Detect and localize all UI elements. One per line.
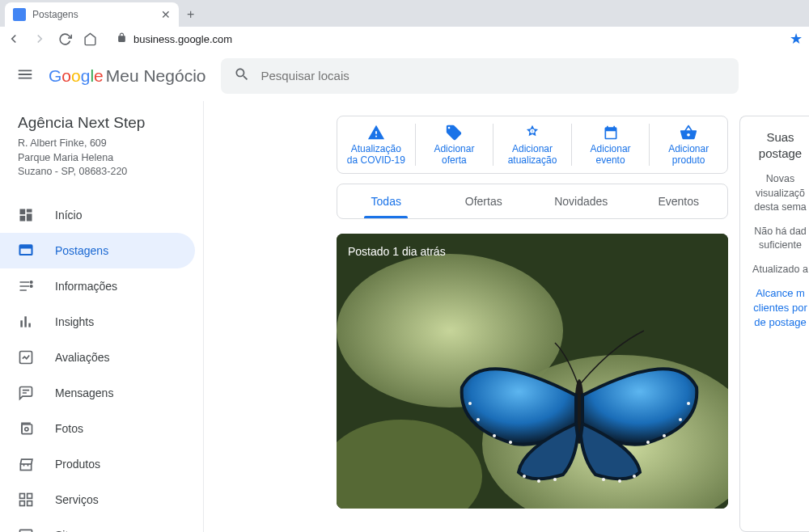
app-logo[interactable]: Google Meu Negócio xyxy=(49,66,206,86)
forward-button[interactable] xyxy=(32,32,47,46)
google-logo: Google xyxy=(49,66,104,86)
svg-rect-3 xyxy=(20,215,26,221)
menu-button[interactable] xyxy=(16,65,34,87)
sidebar-item-info[interactable]: Informações xyxy=(0,268,203,304)
butterfly-photo xyxy=(337,234,728,509)
post-card[interactable]: Postado 1 dia atrás xyxy=(337,234,728,509)
url-text: business.google.com xyxy=(133,33,232,45)
svg-point-28 xyxy=(468,402,472,405)
url-bar[interactable]: business.google.com xyxy=(108,28,778,49)
close-tab-icon[interactable]: ✕ xyxy=(161,8,171,21)
action-tag[interactable]: Adicionaroferta xyxy=(415,124,493,167)
tabs: TodasOfertasNovidadesEventos xyxy=(337,184,728,219)
main-layout: Agência Next Step R. Albert Finke, 609 P… xyxy=(0,101,809,532)
right-panel-text2: Não há dadsuficiente xyxy=(752,225,809,253)
sidebar-item-photos[interactable]: Fotos xyxy=(0,411,203,446)
reviews-icon xyxy=(18,349,34,365)
business-address-line3: Suzano - SP, 08683-220 xyxy=(18,165,185,179)
sidebar-item-label: Produtos xyxy=(55,458,100,471)
search-icon xyxy=(234,66,250,86)
services-icon xyxy=(18,492,34,508)
svg-point-32 xyxy=(687,402,690,405)
info-icon xyxy=(18,278,34,294)
svg-point-37 xyxy=(537,479,540,483)
svg-rect-9 xyxy=(24,316,27,327)
svg-rect-0 xyxy=(20,209,26,214)
right-panel-link[interactable]: Alcance mclientes porde postage xyxy=(752,286,809,331)
svg-rect-10 xyxy=(28,323,31,327)
post-image: Postado 1 dia atrás xyxy=(337,234,728,509)
sidebar-item-label: Serviços xyxy=(55,493,99,506)
sidebar-item-label: Avaliações xyxy=(55,351,109,364)
svg-point-31 xyxy=(509,441,512,444)
svg-rect-1 xyxy=(27,209,32,212)
action-badge[interactable]: !Adicionaratualização xyxy=(493,124,571,167)
sidebar-item-label: Início xyxy=(55,209,82,222)
right-panel: Suaspostage Novasvisualizaçõdesta sema N… xyxy=(739,116,809,532)
app-header: Google Meu Negócio xyxy=(0,51,809,101)
sidebar-item-label: Postagens xyxy=(55,244,108,257)
sidebar-nav: InícioPostagensInformaçõesInsightsAvalia… xyxy=(0,197,203,533)
tab-eventos[interactable]: Eventos xyxy=(630,184,728,218)
tab-novidades[interactable]: Novidades xyxy=(532,184,630,218)
home-button[interactable] xyxy=(83,32,97,46)
svg-rect-14 xyxy=(20,464,31,471)
svg-point-29 xyxy=(477,418,480,421)
svg-rect-2 xyxy=(27,213,32,221)
svg-rect-5 xyxy=(20,245,32,248)
sidebar-item-site[interactable]: Site xyxy=(0,517,203,533)
main-column: Atualizaçãoda COVID-19Adicionaroferta!Ad… xyxy=(337,116,728,532)
action-basket[interactable]: Adicionarproduto xyxy=(649,124,727,167)
svg-rect-15 xyxy=(20,493,25,498)
tab-ofertas[interactable]: Ofertas xyxy=(435,184,533,218)
browser-chrome: Postagens ✕ + business.google.com ★ xyxy=(0,0,809,51)
tab-bar: Postagens ✕ + xyxy=(0,0,809,27)
lock-icon xyxy=(116,32,127,45)
tag-icon xyxy=(445,124,463,141)
svg-point-36 xyxy=(523,475,526,478)
svg-rect-12 xyxy=(22,424,32,434)
svg-rect-8 xyxy=(20,320,23,327)
sidebar-item-post[interactable]: Postagens xyxy=(0,233,195,268)
browser-tab[interactable]: Postagens ✕ xyxy=(5,2,179,27)
svg-point-30 xyxy=(493,434,496,437)
action-calendar[interactable]: Adicionarevento xyxy=(571,124,650,167)
svg-point-41 xyxy=(602,478,605,481)
new-tab-button[interactable]: + xyxy=(179,2,202,27)
search-bar[interactable] xyxy=(221,58,739,94)
sidebar-item-products[interactable]: Produtos xyxy=(0,446,203,482)
search-input[interactable] xyxy=(261,69,726,82)
svg-point-35 xyxy=(646,441,650,444)
sidebar-item-reviews[interactable]: Avaliações xyxy=(0,340,203,375)
basket-icon xyxy=(680,124,697,141)
business-name: Agência Next Step xyxy=(18,114,185,132)
sidebar-item-dashboard[interactable]: Início xyxy=(0,197,203,233)
tab-todas[interactable]: Todas xyxy=(337,184,435,218)
post-time-label: Postado 1 dia atrás xyxy=(348,245,446,258)
right-panel-text1: Novasvisualizaçõdesta sema xyxy=(752,172,809,215)
bookmark-star-icon[interactable]: ★ xyxy=(790,30,803,48)
calendar-icon xyxy=(603,124,619,141)
sidebar-item-label: Mensagens xyxy=(55,386,113,399)
sidebar-item-services[interactable]: Serviços xyxy=(0,482,203,517)
business-address-line2: Parque Maria Helena xyxy=(18,151,185,166)
reload-button[interactable] xyxy=(58,32,72,46)
business-info: Agência Next Step R. Albert Finke, 609 P… xyxy=(0,114,203,197)
back-button[interactable] xyxy=(6,32,21,46)
sidebar-item-messages[interactable]: Mensagens xyxy=(0,375,203,411)
action-warning[interactable]: Atualizaçãoda COVID-19 xyxy=(337,124,415,167)
action-row: Atualizaçãoda COVID-19Adicionaroferta!Ad… xyxy=(337,116,728,174)
site-icon xyxy=(18,527,34,533)
dashboard-icon xyxy=(18,207,34,223)
warning-icon xyxy=(367,124,385,141)
sidebar-item-label: Informações xyxy=(55,280,117,293)
svg-point-6 xyxy=(30,281,32,283)
right-panel-text3: Atualizado a xyxy=(752,263,809,277)
sidebar-item-insights[interactable]: Insights xyxy=(0,304,203,340)
messages-icon xyxy=(18,385,34,401)
svg-rect-17 xyxy=(20,500,25,505)
svg-rect-16 xyxy=(28,493,32,498)
business-address-line1: R. Albert Finke, 609 xyxy=(18,137,185,151)
svg-rect-22 xyxy=(609,133,612,136)
products-icon xyxy=(18,456,34,472)
